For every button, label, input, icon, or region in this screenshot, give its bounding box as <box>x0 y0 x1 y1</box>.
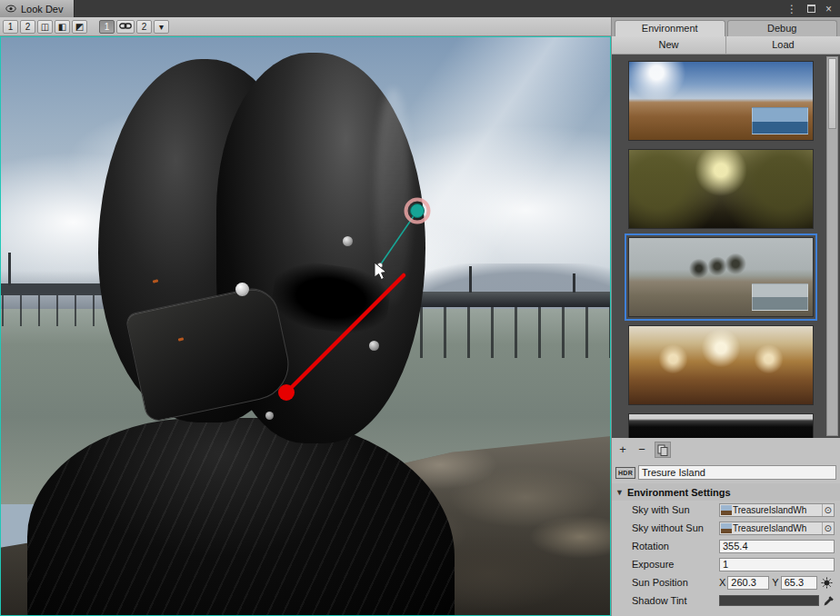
hdri-thumbnail-cathedral[interactable] <box>628 325 814 405</box>
sky-without-sun-object-field[interactable]: TreasureIslandWh ⊙ <box>719 522 835 535</box>
maximize-icon[interactable] <box>807 5 815 13</box>
robot-stud-4 <box>265 412 274 420</box>
duplicate-environment-icon[interactable] <box>655 442 671 458</box>
viewport-3d[interactable] <box>0 36 611 616</box>
remove-environment-button[interactable]: − <box>635 442 648 457</box>
hdri-thumbnail-forest[interactable] <box>628 149 814 229</box>
window-tab[interactable]: Look Dev <box>0 0 75 17</box>
tab-debug[interactable]: Debug <box>727 20 838 36</box>
view-1-button[interactable]: 1 <box>3 20 18 34</box>
close-icon[interactable]: × <box>825 3 832 15</box>
robot-stud-3 <box>369 341 379 351</box>
hdr-name-row: HDR Tresure Island <box>612 462 840 483</box>
list-scrollbar[interactable] <box>826 56 838 436</box>
row-exposure: Exposure 1 <box>612 555 840 573</box>
sun-x-input[interactable]: 260.3 <box>727 576 769 590</box>
scene-pier-left <box>0 283 105 295</box>
scene-pier-mast <box>469 266 472 293</box>
hdri-thumbnail-desert[interactable] <box>628 61 814 141</box>
thumbnail-inset <box>752 283 808 311</box>
sky-with-sun-value: TreasureIslandWh <box>733 505 822 515</box>
object-picker-icon[interactable]: ⊙ <box>822 522 834 534</box>
dropdown-arrow-icon[interactable]: ▾ <box>154 20 169 34</box>
scrollbar-thumb[interactable] <box>828 58 836 129</box>
link-views-icon[interactable] <box>116 20 135 34</box>
scene-pier-mast-2 <box>573 273 575 293</box>
hdri-thumbnail-dark[interactable] <box>628 413 814 438</box>
view-2-button[interactable]: 2 <box>20 20 35 34</box>
sky-with-sun-object-field[interactable]: TreasureIslandWh ⊙ <box>719 503 835 517</box>
window-title: Look Dev <box>21 4 63 15</box>
sky-without-sun-value: TreasureIslandWh <box>733 523 822 533</box>
sky-with-sun-label: Sky with Sun <box>632 504 719 515</box>
sky-without-sun-label: Sky without Sun <box>632 522 719 533</box>
object-picker-icon[interactable]: ⊙ <box>822 504 834 516</box>
sun-x-axis-label: X <box>719 577 725 588</box>
robot-stud <box>235 283 249 296</box>
hdr-badge: HDR <box>615 467 635 479</box>
lookdev-window: Look Dev ⋮ × 1 2 ◫ ◧ ◩ 1 2 ▾ <box>0 0 840 616</box>
environment-panel: Environment Debug New Load + − HDR <box>611 17 840 616</box>
sun-y-axis-label: Y <box>772 577 778 588</box>
eyedropper-icon[interactable] <box>823 595 835 607</box>
sun-position-label: Sun Position <box>632 577 719 588</box>
new-button[interactable]: New <box>612 36 726 54</box>
tab-environment[interactable]: Environment <box>615 20 725 36</box>
exposure-label: Exposure <box>632 559 719 570</box>
row-sun-position: Sun Position X 260.3 Y 65.3 <box>612 573 840 591</box>
add-environment-button[interactable]: + <box>616 442 629 457</box>
environment-settings-header[interactable]: ▼ Environment Settings <box>612 483 840 501</box>
menu-kebab-icon[interactable]: ⋮ <box>786 3 797 15</box>
compare-1-button[interactable]: 1 <box>99 20 115 34</box>
window-controls: ⋮ × <box>786 0 840 17</box>
sun-gizmo-icon[interactable] <box>821 577 833 589</box>
scene-pier-left-posts <box>2 295 104 326</box>
settings-title: Environment Settings <box>627 487 731 498</box>
hdri-list <box>612 55 840 438</box>
cubemap-preview-icon <box>721 523 732 533</box>
thumbnail-inset <box>752 107 808 134</box>
hdri-thumbnail-treasure-island[interactable] <box>628 237 814 317</box>
shadow-tint-label: Shadow Tint <box>632 595 719 606</box>
row-shadow-tint: Shadow Tint <box>612 591 840 610</box>
load-button[interactable]: Load <box>726 36 840 54</box>
compare-2-button[interactable]: 2 <box>136 20 152 34</box>
row-rotation: Rotation 355.4 <box>612 537 840 555</box>
rotation-input[interactable]: 355.4 <box>719 540 835 553</box>
shadow-tint-color-swatch[interactable] <box>719 595 819 606</box>
sun-y-input[interactable]: 65.3 <box>781 576 817 590</box>
library-actions: New Load <box>612 36 840 55</box>
environment-name-field[interactable]: Tresure Island <box>638 465 836 480</box>
row-sky-without-sun: Sky without Sun TreasureIslandWh ⊙ <box>612 519 840 537</box>
cubemap-preview-icon <box>721 505 732 515</box>
robot-stud-2 <box>343 236 353 246</box>
title-bar: Look Dev ⋮ × <box>0 0 840 17</box>
scene-crane <box>8 253 11 285</box>
panel-tabs: Environment Debug <box>612 17 840 36</box>
eye-icon <box>5 4 16 15</box>
side-by-side-icon[interactable]: ◧ <box>55 20 70 34</box>
rotation-label: Rotation <box>632 541 719 551</box>
foldout-triangle-icon[interactable]: ▼ <box>615 488 624 497</box>
diagonal-split-icon[interactable]: ◩ <box>72 20 87 34</box>
split-view-icon[interactable]: ◫ <box>37 20 53 34</box>
exposure-input[interactable]: 1 <box>719 558 835 571</box>
lookdev-toolbar: 1 2 ◫ ◧ ◩ 1 2 ▾ <box>0 17 611 36</box>
row-sky-with-sun: Sky with Sun TreasureIslandWh ⊙ <box>612 501 840 519</box>
list-toolbar: + − <box>612 438 840 462</box>
